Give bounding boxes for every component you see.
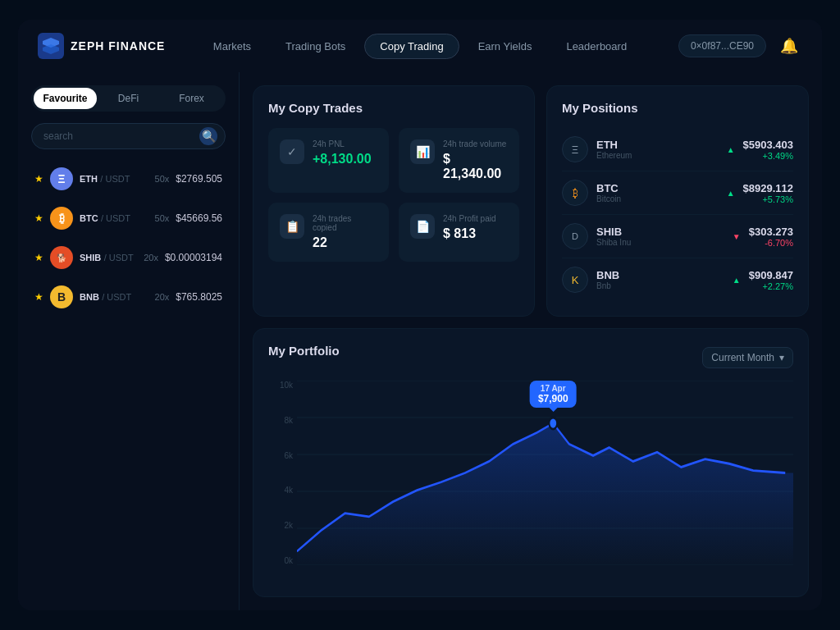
body: Favourite DeFi Forex 🔍 ★ Ξ ETH / USDT 50…: [18, 72, 822, 610]
nav-copy-trading[interactable]: Copy Trading: [364, 34, 459, 59]
pos-btc-icon: ₿: [562, 180, 588, 206]
asset-price-eth: $2769.505: [176, 173, 222, 185]
header: ZEPH FINANCE Markets Trading Bots Copy T…: [18, 20, 822, 72]
stats-grid: ✓ 24h PNL +8,130.00 📊 24h trade volume $…: [268, 128, 519, 262]
y-label-4k: 4k: [268, 486, 293, 495]
pos-shib-change: -6.70%: [749, 238, 793, 248]
y-label-2k: 2k: [268, 521, 293, 530]
pos-btc-name: Bitcoin: [596, 194, 719, 203]
pos-btc-price: $8929.112: [743, 182, 793, 194]
list-item[interactable]: ★ 🐕 SHIB / USDT 20x $0.00003194: [31, 240, 226, 276]
pos-eth-change: +3.49%: [743, 151, 793, 161]
nav-earn-yields[interactable]: Earn Yields: [463, 34, 548, 59]
copied-icon: 📋: [280, 214, 304, 239]
pos-bnb-arrow: ▲: [733, 276, 741, 285]
chart-tooltip-dot: [549, 418, 557, 429]
portfolio-chart: [297, 381, 793, 565]
profit-label: 24h Profit paid: [443, 214, 508, 223]
asset-name-shib: SHIB / USDT: [80, 252, 137, 263]
wallet-address[interactable]: 0×0f87...CE90: [678, 34, 766, 57]
pos-bnb-name: Bnb: [596, 281, 724, 290]
copied-label: 24h trades copied: [313, 214, 377, 232]
header-right: 0×0f87...CE90 🔔: [655, 33, 802, 59]
y-label-6k: 6k: [268, 451, 293, 460]
asset-name-btc: BTC / USDT: [80, 212, 148, 224]
pnl-icon: ✓: [280, 139, 304, 164]
positions-title: My Positions: [562, 101, 793, 115]
tab-favourite[interactable]: Favourite: [34, 88, 97, 109]
asset-price-shib: $0.00003194: [165, 252, 222, 263]
list-item[interactable]: ★ B BNB / USDT 20x $765.8025: [31, 279, 226, 315]
main-nav: Markets Trading Bots Copy Trading Earn Y…: [185, 34, 655, 59]
volume-value: $ 21,340.00: [443, 152, 508, 181]
position-bnb[interactable]: K BNB Bnb ▲ $909.847 +2.27%: [562, 258, 793, 301]
pos-btc-change: +5.73%: [743, 194, 793, 204]
asset-price-bnb: $765.8025: [176, 291, 222, 303]
pos-bnb-symbol: BNB: [596, 269, 724, 281]
pos-eth-arrow: ▲: [727, 145, 735, 154]
bnb-coin-icon: B: [50, 285, 73, 308]
asset-leverage-btc: 50x: [155, 213, 170, 223]
asset-list: ★ Ξ ETH / USDT 50x $2769.505 ★ ₿ BTC / U: [31, 161, 226, 315]
notification-button[interactable]: 🔔: [776, 33, 802, 59]
list-item[interactable]: ★ Ξ ETH / USDT 50x $2769.505: [31, 161, 226, 197]
sidebar: Favourite DeFi Forex 🔍 ★ Ξ ETH / USDT 50…: [18, 72, 240, 610]
position-eth[interactable]: Ξ ETH Ethereum ▲ $5903.403 +3.49%: [562, 128, 793, 171]
pos-eth-price: $5903.403: [743, 139, 793, 151]
tab-group: Favourite DeFi Forex: [31, 85, 226, 112]
btc-coin-icon: ₿: [50, 207, 73, 230]
y-label-8k: 8k: [268, 416, 293, 425]
nav-markets[interactable]: Markets: [198, 34, 267, 59]
pos-shib-arrow: ▼: [733, 232, 741, 241]
portfolio-title: My Portfolio: [268, 344, 340, 358]
chart-area: 10k 8k 6k 4k 2k 0k: [268, 381, 793, 582]
search-box: 🔍: [31, 123, 226, 149]
stat-trade-volume: 📊 24h trade volume $ 21,340.00: [399, 128, 519, 193]
top-row: My Copy Trades ✓ 24h PNL +8,130.00 📊: [253, 85, 809, 317]
portfolio-header: My Portfolio Current Month ▾: [268, 344, 793, 371]
search-icon[interactable]: 🔍: [199, 127, 217, 145]
logo-text: ZEPH FINANCE: [71, 39, 165, 52]
pnl-label: 24h PNL: [313, 139, 377, 148]
tab-forex[interactable]: Forex: [160, 88, 223, 109]
tooltip-bubble: 17 Apr $7,900: [530, 381, 577, 408]
profit-value: $ 813: [443, 226, 508, 241]
pos-btc-symbol: BTC: [596, 182, 719, 194]
star-icon: ★: [34, 212, 43, 224]
app-container: ZEPH FINANCE Markets Trading Bots Copy T…: [18, 20, 822, 610]
portfolio-card: My Portfolio Current Month ▾ 10k 8k 6k 4…: [253, 328, 809, 597]
asset-price-btc: $45669.56: [176, 212, 222, 224]
pos-eth-name: Ethereum: [596, 151, 719, 160]
pos-bnb-price: $909.847: [749, 269, 793, 281]
pos-shib-price: $303.273: [749, 226, 793, 238]
main-content: My Copy Trades ✓ 24h PNL +8,130.00 📊: [240, 72, 822, 610]
list-item[interactable]: ★ ₿ BTC / USDT 50x $45669.56: [31, 200, 226, 236]
y-label-10k: 10k: [268, 381, 293, 390]
star-icon: ★: [34, 173, 43, 185]
eth-coin-icon: Ξ: [50, 167, 73, 190]
pos-bnb-change: +2.27%: [749, 281, 793, 291]
nav-leaderboard[interactable]: Leaderboard: [550, 34, 642, 59]
copy-trades-title: My Copy Trades: [268, 101, 519, 115]
tab-defi[interactable]: DeFi: [97, 88, 160, 109]
position-btc[interactable]: ₿ BTC Bitcoin ▲ $8929.112 +5.73%: [562, 171, 793, 215]
asset-name-eth: ETH / USDT: [80, 173, 148, 185]
nav-trading-bots[interactable]: Trading Bots: [270, 34, 361, 59]
pos-eth-symbol: ETH: [596, 139, 719, 151]
pos-shib-name: Shiba Inu: [596, 238, 724, 247]
pos-bnb-icon: K: [562, 267, 588, 293]
star-icon: ★: [34, 291, 43, 303]
chart-svg-container: 17 Apr $7,900: [297, 381, 793, 565]
stat-profit-paid: 📄 24h Profit paid $ 813: [399, 203, 519, 262]
copied-value: 22: [313, 235, 377, 250]
stat-24h-pnl: ✓ 24h PNL +8,130.00: [268, 128, 389, 193]
shib-coin-icon: 🐕: [50, 246, 73, 269]
pnl-value: +8,130.00: [313, 152, 377, 167]
position-shib[interactable]: D SHIB Shiba Inu ▼ $303.273 -6.70%: [562, 215, 793, 258]
pos-shib-symbol: SHIB: [596, 226, 724, 238]
pos-shib-icon: D: [562, 223, 588, 249]
stat-trades-copied: 📋 24h trades copied 22: [268, 203, 389, 262]
period-select[interactable]: Current Month ▾: [702, 347, 793, 368]
copy-trades-card: My Copy Trades ✓ 24h PNL +8,130.00 📊: [253, 85, 535, 317]
search-input[interactable]: [31, 123, 226, 149]
